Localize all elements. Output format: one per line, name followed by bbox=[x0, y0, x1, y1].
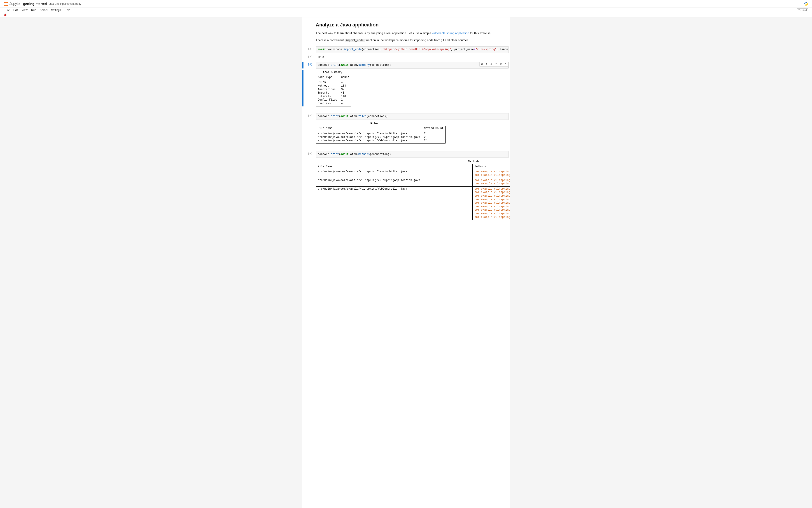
code-cell[interactable]: [2]: await workspace.import_code(connect… bbox=[302, 46, 510, 53]
table-row: Files Methods Annotations Imports Litera… bbox=[316, 80, 351, 106]
menu-settings[interactable]: Settings bbox=[49, 8, 63, 12]
code-cell[interactable]: [5]: console.print(await atom.methods(co… bbox=[302, 151, 510, 158]
tok: ( bbox=[339, 115, 340, 118]
checkpoint-label: Last Checkpoint: yesterday bbox=[49, 2, 81, 5]
code-output: True bbox=[316, 54, 509, 60]
jupyter-logo[interactable]: Jupyter bbox=[4, 1, 21, 6]
th: Method Count bbox=[422, 126, 445, 131]
code-cell[interactable]: [4]: console.print(await atom.files(conn… bbox=[302, 113, 510, 120]
text: for this exercise. bbox=[469, 31, 491, 35]
td: src/main/java/com/example/vulnspring/Ses… bbox=[316, 131, 422, 143]
th: Methods bbox=[473, 164, 510, 169]
code-input[interactable]: await workspace.import_code(connection, … bbox=[316, 46, 509, 53]
table-title: Atom Summary bbox=[316, 71, 349, 74]
output-cell: Files File Name Method Count src/main/ja… bbox=[302, 121, 510, 150]
insert-below-icon[interactable] bbox=[499, 62, 503, 66]
tok: methods bbox=[359, 153, 370, 156]
trusted-badge[interactable]: Trusted bbox=[797, 8, 808, 12]
prompt bbox=[303, 159, 316, 220]
menu-view[interactable]: View bbox=[20, 8, 29, 12]
menu-run[interactable]: Run bbox=[29, 8, 38, 12]
more-icon[interactable]: ⋯ bbox=[805, 13, 808, 17]
tok: files bbox=[359, 115, 367, 118]
markdown-cell[interactable]: Analyze a Java application The best way … bbox=[316, 22, 496, 43]
tok: console. bbox=[318, 153, 331, 156]
move-down-icon[interactable] bbox=[489, 62, 493, 66]
notebook-container: Analyze a Java application The best way … bbox=[302, 17, 510, 508]
code-cell-selected[interactable]: [6]: console.print(await atom.summary(co… bbox=[302, 62, 510, 69]
td: 4 113 37 43 140 2 4 bbox=[339, 80, 351, 106]
menu-help[interactable]: Help bbox=[63, 8, 72, 12]
cell-toolbar bbox=[479, 62, 508, 67]
td: src/main/java/com/example/vulnspring/Ses… bbox=[316, 169, 473, 178]
output-cell: Methods File Name Methods src/main/java/… bbox=[302, 159, 510, 220]
methods-table: Methods File Name Methods src/main/java/… bbox=[316, 160, 509, 220]
th: File Name bbox=[316, 126, 422, 131]
delete-icon[interactable] bbox=[504, 62, 508, 66]
tok: print bbox=[331, 115, 339, 118]
tok: await bbox=[340, 115, 349, 118]
prompt: [5]: bbox=[303, 151, 316, 158]
output-cell: [2]: True bbox=[302, 54, 510, 60]
summary-table: Atom Summary Node Type Count Files Metho… bbox=[316, 71, 509, 106]
tok: console. bbox=[318, 115, 331, 118]
table-row: src/main/java/com/example/vulnspring/Ses… bbox=[316, 131, 445, 143]
menu-file[interactable]: File bbox=[4, 8, 11, 12]
table-row: src/main/java/com/example/vulnspring/Vul… bbox=[316, 178, 510, 186]
prompt: [2]: bbox=[303, 54, 316, 60]
notebook-name[interactable]: getting-started bbox=[23, 2, 47, 6]
text: There is a convenient bbox=[316, 38, 345, 42]
move-up-icon[interactable] bbox=[485, 62, 489, 66]
tok: summary bbox=[359, 64, 370, 67]
table-row: src/main/java/com/example/vulnspring/Web… bbox=[316, 186, 510, 220]
tok: atom. bbox=[349, 153, 359, 156]
text: The best way to learn about chennai is b… bbox=[316, 31, 432, 35]
tok: (connection)) bbox=[370, 153, 391, 156]
td: src/main/java/com/example/vulnspring/Web… bbox=[316, 186, 473, 220]
tok: await bbox=[340, 64, 349, 67]
debug-icon[interactable]: 🐞 bbox=[4, 13, 7, 16]
th: Node Type bbox=[316, 75, 339, 80]
python-icon[interactable] bbox=[804, 2, 808, 6]
tok: workspace. bbox=[326, 48, 344, 51]
td: Files Methods Annotations Imports Litera… bbox=[316, 80, 339, 106]
tok: print bbox=[331, 64, 339, 67]
code-input[interactable]: console.print(await atom.methods(connect… bbox=[316, 151, 509, 158]
heading: Analyze a Java application bbox=[316, 22, 496, 28]
duplicate-icon[interactable] bbox=[480, 62, 484, 66]
table-header-row: File Name Methods bbox=[316, 164, 510, 169]
tok: print bbox=[331, 153, 339, 156]
tok: console. bbox=[318, 64, 331, 67]
table-header-row: File Name Method Count bbox=[316, 126, 445, 131]
prompt: [4]: bbox=[303, 113, 316, 120]
menu-kernel[interactable]: Kernel bbox=[38, 8, 49, 12]
toolbar: 🐞 ⋯ bbox=[0, 13, 812, 17]
td: com.example.vulnspring.VulnSpringApplica… bbox=[473, 178, 510, 186]
insert-above-icon[interactable] bbox=[494, 62, 498, 66]
vulnerable-spring-link[interactable]: vulnerable spring application bbox=[432, 31, 469, 35]
tok: (connection)) bbox=[367, 115, 388, 118]
svg-rect-0 bbox=[481, 63, 482, 65]
notebook-area: Analyze a Java application The best way … bbox=[0, 17, 812, 508]
tok: (connection)) bbox=[370, 64, 391, 67]
menu-edit[interactable]: Edit bbox=[11, 8, 20, 12]
paragraph: There is a convenient import_code functi… bbox=[316, 38, 496, 43]
jupyter-icon bbox=[4, 1, 9, 6]
tok: = bbox=[474, 48, 475, 51]
prompt bbox=[303, 121, 316, 143]
code-input[interactable]: console.print(await atom.files(connectio… bbox=[316, 113, 509, 120]
th: Count bbox=[339, 75, 351, 80]
header-bar: Jupyter getting-started Last Checkpoint:… bbox=[0, 0, 812, 7]
output-cell: Atom Summary Node Type Count Files Metho… bbox=[302, 70, 510, 112]
tok: import_code bbox=[344, 48, 362, 51]
jupyter-brand-text: Jupyter bbox=[9, 2, 21, 6]
table-header-row: Node Type Count bbox=[316, 75, 351, 80]
inline-code: import_code bbox=[345, 39, 365, 42]
paragraph: The best way to learn about chennai is b… bbox=[316, 31, 496, 36]
tok: await bbox=[318, 48, 326, 51]
tok: await bbox=[340, 153, 349, 156]
th: File Name bbox=[316, 164, 473, 169]
table-title: Methods bbox=[316, 160, 510, 164]
prompt: [2]: bbox=[303, 46, 316, 53]
tok: atom. bbox=[349, 64, 359, 67]
